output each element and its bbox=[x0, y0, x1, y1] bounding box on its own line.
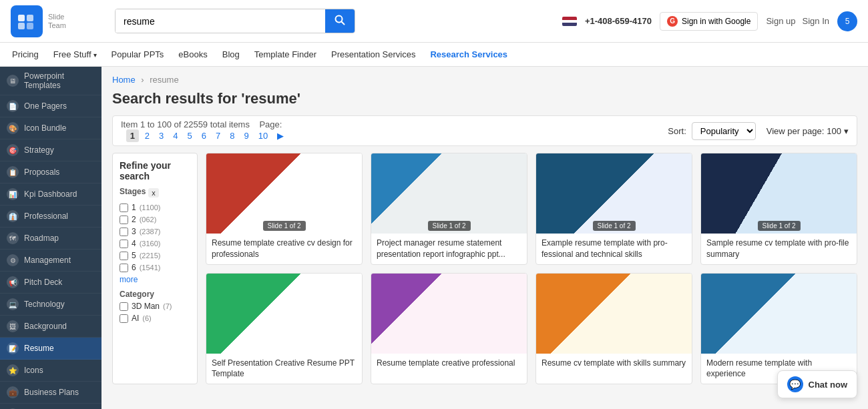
filter-checkbox-6[interactable] bbox=[120, 264, 128, 272]
sidebar-item-label: Background bbox=[24, 322, 67, 331]
page-10[interactable]: 10 bbox=[255, 129, 271, 142]
filter-checkbox-4[interactable] bbox=[120, 240, 128, 248]
filter-checkbox-ai[interactable] bbox=[120, 314, 128, 323]
filter-label-ai: AI bbox=[132, 314, 139, 323]
signin-link[interactable]: Sign In bbox=[803, 16, 829, 26]
notification-bell[interactable]: 5 bbox=[837, 11, 857, 31]
product-card-3[interactable]: Slide 1 of 2 Sample resume cv template w… bbox=[700, 153, 857, 265]
one-pagers-icon: 📄 bbox=[7, 100, 19, 112]
nav-free-stuff[interactable]: Free Stuff bbox=[52, 44, 98, 65]
right-controls: Sort: Popularity Latest Oldest View per … bbox=[668, 122, 849, 140]
filter-number-2: 2 bbox=[132, 215, 136, 224]
sidebar-item-roadmap[interactable]: 🗺 Roadmap bbox=[0, 228, 101, 250]
content-area: Refine your search Stages x 1 (1100) 2 (… bbox=[112, 153, 857, 384]
icons-icon: ⭐ bbox=[7, 364, 19, 376]
google-signin-button[interactable]: G Sign in with Google bbox=[660, 12, 758, 31]
breadcrumb-current: resume bbox=[150, 75, 178, 85]
filter-count-1: (1100) bbox=[140, 203, 161, 212]
sidebar-item-swot-analysis[interactable]: 📈 Swot Analysis bbox=[0, 404, 101, 409]
search-button[interactable] bbox=[325, 9, 355, 33]
svg-rect-2 bbox=[27, 15, 33, 21]
filter-stages-clear[interactable]: x bbox=[148, 188, 159, 197]
filter-number-4: 4 bbox=[132, 239, 136, 248]
view-per-page-value: 100 bbox=[827, 126, 841, 136]
page-6[interactable]: 6 bbox=[198, 129, 210, 142]
filter-more-link[interactable]: more bbox=[120, 275, 190, 284]
sidebar-item-label: Resume bbox=[24, 344, 54, 353]
sidebar-item-background[interactable]: 🖼 Background bbox=[0, 316, 101, 338]
page-current[interactable]: 1 bbox=[126, 129, 139, 142]
page-9[interactable]: 9 bbox=[241, 129, 252, 142]
filter-panel: Refine your search Stages x 1 (1100) 2 (… bbox=[112, 153, 198, 384]
nav-popular-ppts[interactable]: Popular PPTs bbox=[110, 44, 166, 65]
flag-icon bbox=[562, 17, 577, 26]
filter-checkbox-3[interactable] bbox=[120, 228, 128, 236]
page-2[interactable]: 2 bbox=[142, 129, 153, 142]
signup-link[interactable]: Sign up bbox=[766, 16, 795, 26]
sidebar-item-label: Kpi Dashboard bbox=[24, 189, 77, 199]
sidebar-item-strategy[interactable]: 🎯 Strategy bbox=[0, 139, 101, 161]
product-card-0[interactable]: Slide 1 of 2 Resume template creative cv… bbox=[206, 153, 363, 265]
product-card-6[interactable]: Resume cv template with skills summary bbox=[535, 273, 692, 385]
view-per-page: View per page: 100 ▾ bbox=[767, 126, 849, 136]
page-8[interactable]: 8 bbox=[226, 129, 238, 142]
sidebar-item-proposals[interactable]: 📋 Proposals bbox=[0, 161, 101, 183]
product-card-4[interactable]: Self Presentation Creative Resume PPT Te… bbox=[206, 273, 363, 385]
nav-pricing[interactable]: Pricing bbox=[11, 44, 40, 65]
sidebar-item-label: Management bbox=[24, 256, 71, 265]
sidebar-item-one-pagers[interactable]: 📄 One Pagers bbox=[0, 95, 101, 117]
filter-stages: Stages x bbox=[120, 187, 190, 199]
sidebar-item-icon-bundle[interactable]: 🎨 Icon Bundle bbox=[0, 117, 101, 139]
sidebar-item-icons[interactable]: ⭐ Icons bbox=[0, 360, 101, 382]
page-title: Search results for 'resume' bbox=[112, 90, 857, 107]
sort-label: Sort: bbox=[668, 126, 686, 136]
sidebar-item-technology[interactable]: 💻 Technology bbox=[0, 294, 101, 316]
sidebar-item-professional[interactable]: 👔 Professional bbox=[0, 206, 101, 228]
nav-ebooks[interactable]: eBooks bbox=[177, 44, 208, 65]
page-next[interactable]: ▶ bbox=[274, 129, 287, 142]
card-image-7 bbox=[701, 274, 857, 354]
breadcrumb-home[interactable]: Home bbox=[112, 75, 136, 85]
sidebar-item-pitch-deck[interactable]: 📢 Pitch Deck bbox=[0, 272, 101, 294]
filter-count-4: (3160) bbox=[140, 240, 161, 248]
logo-text: Slide Team bbox=[48, 13, 66, 29]
nav-template-finder[interactable]: Template Finder bbox=[253, 44, 318, 65]
page-7[interactable]: 7 bbox=[212, 129, 224, 142]
proposals-icon: 📋 bbox=[7, 166, 19, 178]
filter-checkbox-1[interactable] bbox=[120, 203, 128, 212]
nav-presentation-services[interactable]: Presentation Services bbox=[330, 44, 417, 65]
card-title-3: Sample resume cv template with pro-file … bbox=[701, 234, 857, 264]
chat-now-button[interactable]: 💬 Chat now bbox=[777, 370, 858, 398]
sidebar-item-kpi-dashboard[interactable]: 📊 Kpi Dashboard bbox=[0, 183, 101, 206]
sidebar-item-resume[interactable]: 📝 Resume bbox=[0, 338, 101, 360]
filter-checkbox-2[interactable] bbox=[120, 216, 128, 224]
product-card-7[interactable]: Modern resume template with experience bbox=[700, 273, 857, 385]
filter-checkbox-5[interactable] bbox=[120, 252, 128, 260]
slide-badge-0: Slide 1 of 2 bbox=[262, 221, 305, 231]
nav-blog[interactable]: Blog bbox=[221, 44, 241, 65]
sidebar-item-business-plans[interactable]: 💼 Business Plans bbox=[0, 382, 101, 404]
filter-checkbox-3d-man[interactable] bbox=[120, 302, 128, 311]
sort-select[interactable]: Popularity Latest Oldest bbox=[692, 122, 756, 140]
filter-count-3d-man: (7) bbox=[163, 302, 172, 310]
logo[interactable]: Slide Team bbox=[11, 5, 104, 37]
page-4[interactable]: 4 bbox=[170, 129, 181, 142]
product-card-1[interactable]: Slide 1 of 2 Project manager resume stat… bbox=[371, 153, 527, 265]
nav-research-services[interactable]: Research Services bbox=[429, 44, 509, 65]
sidebar-item-management[interactable]: ⚙ Management bbox=[0, 250, 101, 272]
product-card-5[interactable]: Resume template creative professional bbox=[371, 273, 527, 385]
page-3[interactable]: 3 bbox=[156, 129, 167, 142]
view-per-page-dropdown-icon[interactable]: ▾ bbox=[844, 126, 849, 136]
card-image-5 bbox=[371, 274, 527, 354]
filter-item-3: 3 (2387) bbox=[120, 227, 190, 236]
sidebar-item-powerpoint-templates[interactable]: 🖥 Powerpoint Templates bbox=[0, 67, 101, 95]
page-5[interactable]: 5 bbox=[184, 129, 196, 142]
search-input[interactable]: resume bbox=[116, 9, 325, 33]
filter-number-6: 6 bbox=[132, 263, 136, 272]
card-image-6 bbox=[536, 274, 692, 354]
chat-icon: 💬 bbox=[787, 376, 803, 392]
strategy-icon: 🎯 bbox=[7, 144, 19, 156]
page-links: 1 2 3 4 5 6 7 8 9 10 ▶ bbox=[121, 129, 287, 142]
filter-stages-label: Stages bbox=[120, 187, 146, 196]
product-card-2[interactable]: Slide 1 of 2 Example resume template wit… bbox=[535, 153, 692, 265]
